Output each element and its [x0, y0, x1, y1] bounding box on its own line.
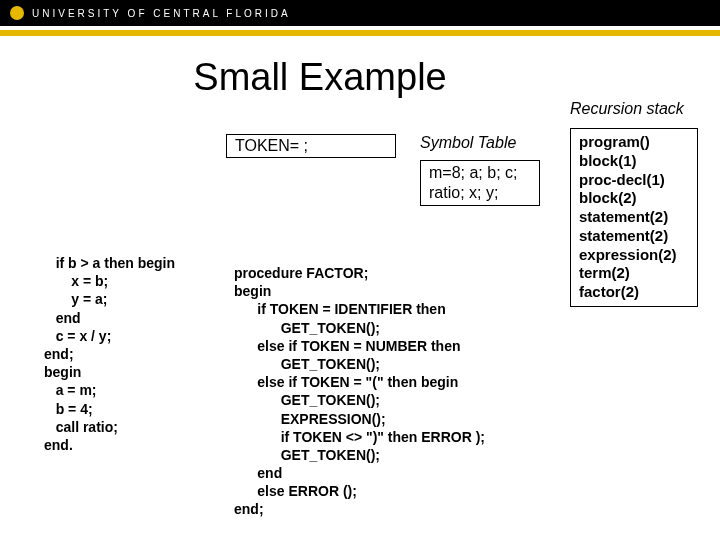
token-box: TOKEN= ;	[226, 134, 396, 158]
pegasus-logo-icon	[10, 6, 24, 20]
recursion-stack-box: program() block(1) proc-decl(1) block(2)…	[570, 128, 698, 307]
code-snippet-middle: procedure FACTOR; begin if TOKEN = IDENT…	[234, 264, 485, 519]
symbol-table-box: m=8; a; b; c; ratio; x; y;	[420, 160, 540, 206]
slide-title: Small Example	[110, 56, 530, 99]
gold-divider	[0, 30, 720, 36]
code-snippet-left: if b > a then begin x = b; y = a; end c …	[44, 254, 175, 454]
recursion-stack-label: Recursion stack	[570, 100, 684, 118]
university-name: UNIVERSITY OF CENTRAL FLORIDA	[32, 8, 291, 19]
symbol-table-label: Symbol Table	[420, 134, 516, 152]
header-bar: UNIVERSITY OF CENTRAL FLORIDA	[0, 0, 720, 26]
